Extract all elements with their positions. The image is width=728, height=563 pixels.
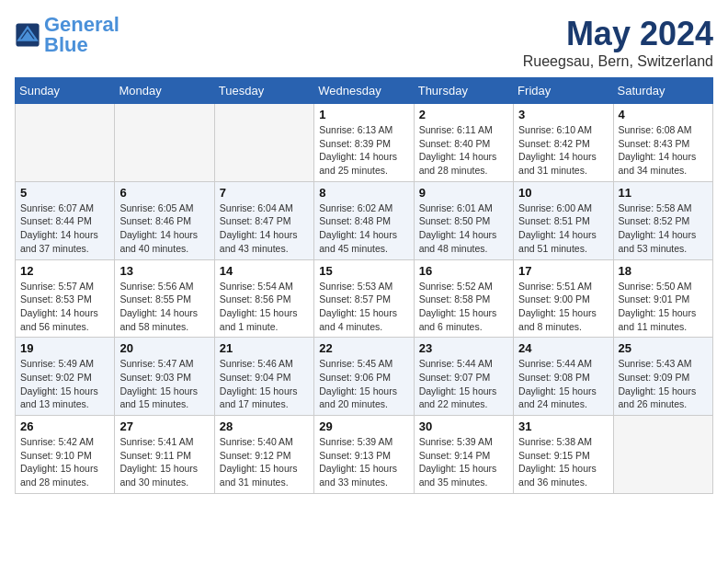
day-info: Sunrise: 5:49 AM Sunset: 9:02 PM Dayligh… bbox=[20, 357, 109, 411]
calendar-cell bbox=[16, 104, 115, 182]
calendar-cell: 5Sunrise: 6:07 AM Sunset: 8:44 PM Daylig… bbox=[16, 181, 115, 259]
title-area: May 2024 Rueegsau, Bern, Switzerland bbox=[523, 15, 713, 70]
calendar-cell: 23Sunrise: 5:44 AM Sunset: 9:07 PM Dayli… bbox=[414, 338, 513, 416]
day-number: 29 bbox=[319, 419, 408, 433]
calendar-cell: 15Sunrise: 5:53 AM Sunset: 8:57 PM Dayli… bbox=[314, 259, 414, 338]
calendar-cell: 27Sunrise: 5:41 AM Sunset: 9:11 PM Dayli… bbox=[115, 416, 214, 494]
day-number: 12 bbox=[20, 264, 109, 278]
day-info: Sunrise: 6:05 AM Sunset: 8:46 PM Dayligh… bbox=[119, 201, 209, 256]
calendar-table: SundayMondayTuesdayWednesdayThursdayFrid… bbox=[15, 77, 713, 494]
day-number: 10 bbox=[518, 186, 608, 200]
day-info: Sunrise: 6:07 AM Sunset: 8:44 PM Dayligh… bbox=[20, 201, 109, 256]
day-info: Sunrise: 6:11 AM Sunset: 8:40 PM Dayligh… bbox=[419, 123, 508, 178]
calendar-header-row: SundayMondayTuesdayWednesdayThursdayFrid… bbox=[16, 78, 713, 104]
col-header-wednesday: Wednesday bbox=[314, 78, 414, 104]
calendar-cell: 18Sunrise: 5:50 AM Sunset: 9:01 PM Dayli… bbox=[613, 259, 712, 338]
calendar-cell: 17Sunrise: 5:51 AM Sunset: 9:00 PM Dayli… bbox=[514, 259, 613, 338]
calendar-cell: 3Sunrise: 6:10 AM Sunset: 8:42 PM Daylig… bbox=[514, 104, 613, 182]
calendar-cell: 4Sunrise: 6:08 AM Sunset: 8:43 PM Daylig… bbox=[613, 104, 712, 182]
calendar-week-row: 5Sunrise: 6:07 AM Sunset: 8:44 PM Daylig… bbox=[16, 181, 713, 259]
col-header-tuesday: Tuesday bbox=[214, 78, 313, 104]
day-info: Sunrise: 5:57 AM Sunset: 8:53 PM Dayligh… bbox=[20, 280, 109, 334]
day-info: Sunrise: 5:42 AM Sunset: 9:10 PM Dayligh… bbox=[20, 435, 109, 489]
col-header-friday: Friday bbox=[514, 78, 613, 104]
day-info: Sunrise: 5:46 AM Sunset: 9:04 PM Dayligh… bbox=[220, 357, 309, 411]
day-info: Sunrise: 5:43 AM Sunset: 9:09 PM Dayligh… bbox=[619, 357, 708, 411]
location: Rueegsau, Bern, Switzerland bbox=[523, 53, 713, 70]
day-number: 4 bbox=[619, 108, 708, 121]
calendar-cell: 29Sunrise: 5:39 AM Sunset: 9:13 PM Dayli… bbox=[314, 416, 414, 494]
calendar-cell: 9Sunrise: 6:01 AM Sunset: 8:50 PM Daylig… bbox=[414, 181, 513, 259]
day-number: 14 bbox=[220, 264, 309, 278]
day-number: 22 bbox=[319, 341, 408, 355]
day-info: Sunrise: 6:10 AM Sunset: 8:42 PM Dayligh… bbox=[518, 123, 608, 178]
day-number: 19 bbox=[20, 341, 109, 355]
day-info: Sunrise: 5:56 AM Sunset: 8:55 PM Dayligh… bbox=[119, 280, 209, 334]
day-info: Sunrise: 5:47 AM Sunset: 9:03 PM Dayligh… bbox=[119, 357, 209, 411]
day-number: 17 bbox=[518, 264, 608, 278]
day-info: Sunrise: 5:53 AM Sunset: 8:57 PM Dayligh… bbox=[319, 280, 408, 334]
calendar-cell bbox=[613, 416, 712, 494]
calendar-cell: 1Sunrise: 6:13 AM Sunset: 8:39 PM Daylig… bbox=[314, 104, 414, 182]
calendar-cell: 25Sunrise: 5:43 AM Sunset: 9:09 PM Dayli… bbox=[613, 338, 712, 416]
day-number: 31 bbox=[518, 419, 608, 433]
calendar-cell: 22Sunrise: 5:45 AM Sunset: 9:06 PM Dayli… bbox=[314, 338, 414, 416]
day-info: Sunrise: 5:52 AM Sunset: 8:58 PM Dayligh… bbox=[419, 280, 508, 334]
day-info: Sunrise: 5:38 AM Sunset: 9:15 PM Dayligh… bbox=[518, 435, 608, 489]
day-number: 30 bbox=[419, 419, 508, 433]
day-number: 27 bbox=[119, 419, 209, 433]
calendar-cell: 31Sunrise: 5:38 AM Sunset: 9:15 PM Dayli… bbox=[514, 416, 613, 494]
day-number: 6 bbox=[119, 186, 209, 200]
calendar-cell: 21Sunrise: 5:46 AM Sunset: 9:04 PM Dayli… bbox=[214, 338, 313, 416]
calendar-week-row: 26Sunrise: 5:42 AM Sunset: 9:10 PM Dayli… bbox=[16, 416, 713, 494]
day-number: 2 bbox=[419, 108, 508, 121]
calendar-cell: 30Sunrise: 5:39 AM Sunset: 9:14 PM Dayli… bbox=[414, 416, 513, 494]
calendar-cell: 28Sunrise: 5:40 AM Sunset: 9:12 PM Dayli… bbox=[214, 416, 313, 494]
day-info: Sunrise: 5:44 AM Sunset: 9:07 PM Dayligh… bbox=[419, 357, 508, 411]
calendar-week-row: 1Sunrise: 6:13 AM Sunset: 8:39 PM Daylig… bbox=[16, 104, 713, 182]
calendar-week-row: 12Sunrise: 5:57 AM Sunset: 8:53 PM Dayli… bbox=[16, 259, 713, 338]
day-info: Sunrise: 5:44 AM Sunset: 9:08 PM Dayligh… bbox=[518, 357, 608, 411]
calendar-cell: 2Sunrise: 6:11 AM Sunset: 8:40 PM Daylig… bbox=[414, 104, 513, 182]
logo: General Blue bbox=[15, 15, 119, 55]
day-number: 9 bbox=[419, 186, 508, 200]
day-number: 15 bbox=[319, 264, 408, 278]
day-number: 5 bbox=[20, 186, 109, 200]
calendar-cell: 13Sunrise: 5:56 AM Sunset: 8:55 PM Dayli… bbox=[115, 259, 214, 338]
day-number: 11 bbox=[619, 186, 708, 200]
calendar-cell bbox=[214, 104, 313, 182]
calendar-cell: 14Sunrise: 5:54 AM Sunset: 8:56 PM Dayli… bbox=[214, 259, 313, 338]
day-info: Sunrise: 6:01 AM Sunset: 8:50 PM Dayligh… bbox=[419, 201, 508, 256]
day-number: 13 bbox=[119, 264, 209, 278]
day-info: Sunrise: 5:39 AM Sunset: 9:14 PM Dayligh… bbox=[419, 435, 508, 489]
day-number: 20 bbox=[119, 341, 209, 355]
month-title: May 2024 bbox=[523, 15, 713, 53]
day-number: 21 bbox=[220, 341, 309, 355]
day-number: 26 bbox=[20, 419, 109, 433]
day-number: 1 bbox=[319, 108, 408, 121]
day-number: 28 bbox=[220, 419, 309, 433]
day-info: Sunrise: 6:00 AM Sunset: 8:51 PM Dayligh… bbox=[518, 201, 608, 256]
day-number: 25 bbox=[619, 341, 708, 355]
day-number: 23 bbox=[419, 341, 508, 355]
day-info: Sunrise: 5:40 AM Sunset: 9:12 PM Dayligh… bbox=[220, 435, 309, 489]
logo-text: General Blue bbox=[44, 15, 119, 55]
day-info: Sunrise: 5:41 AM Sunset: 9:11 PM Dayligh… bbox=[119, 435, 209, 489]
page-header: General Blue May 2024 Rueegsau, Bern, Sw… bbox=[15, 15, 713, 70]
calendar-cell: 10Sunrise: 6:00 AM Sunset: 8:51 PM Dayli… bbox=[514, 181, 613, 259]
col-header-thursday: Thursday bbox=[414, 78, 513, 104]
day-info: Sunrise: 5:58 AM Sunset: 8:52 PM Dayligh… bbox=[619, 201, 708, 256]
calendar-cell bbox=[115, 104, 214, 182]
calendar-cell: 11Sunrise: 5:58 AM Sunset: 8:52 PM Dayli… bbox=[613, 181, 712, 259]
calendar-cell: 19Sunrise: 5:49 AM Sunset: 9:02 PM Dayli… bbox=[16, 338, 115, 416]
calendar-cell: 24Sunrise: 5:44 AM Sunset: 9:08 PM Dayli… bbox=[514, 338, 613, 416]
day-number: 18 bbox=[619, 264, 708, 278]
day-info: Sunrise: 5:39 AM Sunset: 9:13 PM Dayligh… bbox=[319, 435, 408, 489]
day-number: 24 bbox=[518, 341, 608, 355]
day-info: Sunrise: 5:45 AM Sunset: 9:06 PM Dayligh… bbox=[319, 357, 408, 411]
calendar-cell: 20Sunrise: 5:47 AM Sunset: 9:03 PM Dayli… bbox=[115, 338, 214, 416]
day-info: Sunrise: 6:02 AM Sunset: 8:48 PM Dayligh… bbox=[319, 201, 408, 256]
day-info: Sunrise: 5:54 AM Sunset: 8:56 PM Dayligh… bbox=[220, 280, 309, 334]
calendar-cell: 8Sunrise: 6:02 AM Sunset: 8:48 PM Daylig… bbox=[314, 181, 414, 259]
day-info: Sunrise: 5:50 AM Sunset: 9:01 PM Dayligh… bbox=[619, 280, 708, 334]
